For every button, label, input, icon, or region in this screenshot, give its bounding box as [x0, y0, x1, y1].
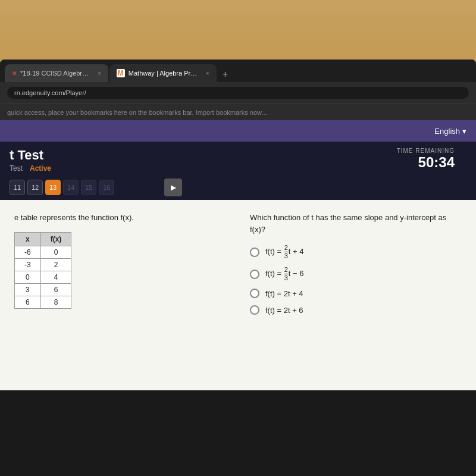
table-row: 04 — [15, 271, 71, 283]
question-left: e table represents the function f(x). x … — [14, 212, 226, 378]
table-cell-4-0: 6 — [15, 296, 41, 308]
table-cell-2-0: 0 — [15, 271, 41, 283]
left-question-text: e table represents the function f(x). — [14, 212, 226, 224]
language-selector[interactable]: English ▾ — [434, 127, 466, 136]
table-row: 68 — [15, 296, 71, 308]
dropdown-icon: ▾ — [462, 127, 466, 136]
new-tab-button[interactable]: + — [218, 67, 233, 82]
page-header: t Test Test Active TIME REMAINING 50:34 — [0, 142, 476, 175]
lang-bar: English ▾ — [0, 120, 476, 142]
timer-value: 50:34 — [397, 154, 455, 171]
q-btn-11[interactable]: 11 — [10, 180, 25, 195]
table-cell-2-1: 4 — [40, 271, 71, 283]
fraction-2: 23 — [284, 267, 288, 281]
answer-option-2[interactable]: f(t) = 23t − 6 — [250, 267, 462, 281]
fraction-1: 23 — [284, 245, 288, 259]
answer-option-1[interactable]: f(t) = 23t + 4 — [250, 245, 462, 259]
answer-text-3: f(t) = 2t + 4 — [265, 289, 303, 298]
right-question-text: Which function of t has the same slope a… — [250, 212, 462, 235]
content-area: t Test Test Active TIME REMAINING 50:34 … — [0, 142, 476, 390]
tab-ccisd-label: *18-19 CCISD Algebra I A-CR - E... — [20, 70, 92, 77]
q-btn-12[interactable]: 12 — [27, 180, 43, 195]
radio-1[interactable] — [250, 248, 259, 257]
table-cell-4-1: 8 — [40, 296, 71, 308]
subtitle-test: Test — [10, 164, 23, 173]
radio-3[interactable] — [250, 289, 259, 298]
table-cell-3-0: 3 — [15, 283, 41, 296]
tab-bar: ✕ *18-19 CCISD Algebra I A-CR - E... × M… — [0, 60, 476, 82]
tab-m-icon: M — [117, 69, 125, 77]
table-cell-1-1: 2 — [40, 258, 71, 271]
radio-4[interactable] — [250, 305, 259, 315]
table-cell-1-0: -3 — [15, 258, 41, 271]
browser-chrome: ✕ *18-19 CCISD Algebra I A-CR - E... × M… — [0, 60, 476, 120]
data-table: x f(x) -60-32043668 — [14, 232, 71, 309]
tab-mathway-close[interactable]: × — [206, 70, 209, 77]
tab-mathway[interactable]: M Mathway | Algebra Problem Sol... × — [109, 64, 217, 82]
table-cell-3-1: 6 — [40, 283, 71, 296]
answer-option-4[interactable]: f(t) = 2t + 6 — [250, 305, 462, 315]
table-cell-0-1: 0 — [40, 246, 71, 258]
bookmarks-text: quick access, place your bookmarks here … — [7, 109, 267, 116]
q-btn-13[interactable]: 13 — [45, 180, 61, 195]
radio-2[interactable] — [250, 270, 259, 279]
answer-option-3[interactable]: f(t) = 2t + 4 — [250, 289, 462, 298]
answer-text-2: f(t) = 23t − 6 — [265, 267, 304, 281]
header-row: t Test Test Active TIME REMAINING 50:34 — [10, 148, 466, 173]
col-header-x: x — [15, 232, 41, 246]
url-input[interactable] — [7, 87, 469, 99]
col-header-fx: f(x) — [40, 232, 71, 246]
q-btn-16[interactable]: 16 — [99, 180, 114, 195]
question-nav: 11 12 13 14 15 16 ▶ — [0, 175, 476, 200]
laptop-screen: ✕ *18-19 CCISD Algebra I A-CR - E... × M… — [0, 60, 476, 476]
play-icon: ▶ — [171, 183, 176, 192]
bookmarks-bar: quick access, place your bookmarks here … — [0, 104, 476, 120]
table-row: 36 — [15, 283, 71, 296]
address-bar — [0, 82, 476, 104]
subtitle-status: Active — [30, 164, 51, 173]
tab-ccisd[interactable]: ✕ *18-19 CCISD Algebra I A-CR - E... × — [5, 64, 108, 82]
page-subtitle: Test Active — [10, 164, 51, 173]
play-button[interactable]: ▶ — [164, 178, 182, 196]
table-row: -32 — [15, 258, 71, 271]
tab-mathway-label: Mathway | Algebra Problem Sol... — [129, 70, 200, 77]
answer-text-4: f(t) = 2t + 6 — [265, 306, 303, 315]
question-right: Which function of t has the same slope a… — [250, 212, 462, 378]
answer-text-1: f(t) = 23t + 4 — [265, 245, 304, 259]
q-btn-15[interactable]: 15 — [81, 180, 96, 195]
timer-section: TIME REMAINING 50:34 — [397, 148, 455, 171]
timer-label: TIME REMAINING — [397, 148, 455, 154]
language-label: English — [434, 127, 460, 136]
table-cell-0-0: -6 — [15, 246, 41, 258]
question-area: e table represents the function f(x). x … — [0, 200, 476, 390]
tab-ccisd-close[interactable]: × — [98, 70, 101, 77]
table-row: -60 — [15, 246, 71, 258]
q-btn-14[interactable]: 14 — [63, 180, 79, 195]
page-title: t Test — [10, 148, 51, 163]
tab-x-icon: ✕ — [12, 70, 17, 77]
